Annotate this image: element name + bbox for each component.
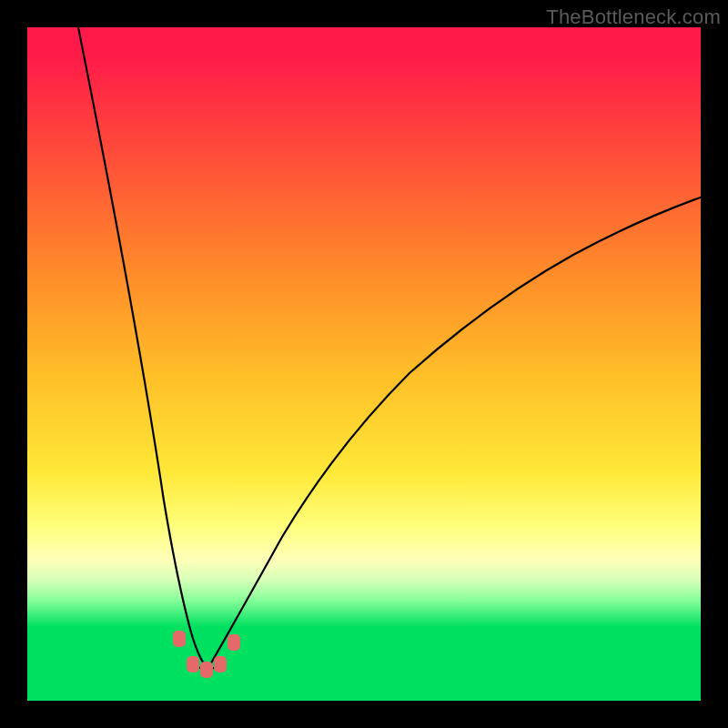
curve-left-branch	[77, 27, 206, 666]
plot-area	[27, 27, 701, 701]
curve-right-branch	[209, 196, 701, 666]
marker-dot	[214, 656, 227, 672]
chart-frame: TheBottleneck.com	[0, 0, 728, 728]
marker-dot	[187, 656, 199, 672]
bottleneck-curve	[27, 27, 701, 701]
watermark-label: TheBottleneck.com	[546, 5, 721, 29]
marker-dot	[173, 631, 186, 647]
marker-dot	[228, 634, 240, 651]
marker-dot	[200, 662, 213, 678]
